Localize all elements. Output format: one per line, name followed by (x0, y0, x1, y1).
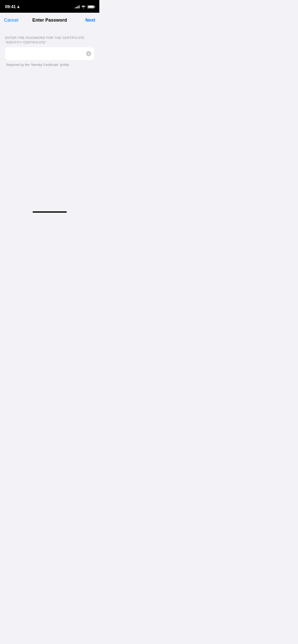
home-indicator (33, 211, 67, 213)
page-title: Enter Password (22, 18, 77, 23)
helper-text: Required by the “Identity Certificate” p… (5, 63, 94, 67)
signal-bars-icon (75, 5, 79, 8)
status-time: 09:41 (5, 4, 20, 9)
time-label: 09:41 (5, 4, 16, 9)
location-arrow-icon (17, 5, 20, 8)
status-icons (75, 5, 94, 9)
password-input[interactable] (8, 51, 86, 56)
cancel-button[interactable]: Cancel (4, 18, 22, 23)
password-field-container[interactable] (5, 47, 94, 60)
nav-bar: Cancel Enter Password Next (0, 13, 99, 27)
clear-input-button[interactable] (86, 51, 91, 56)
wifi-icon (81, 5, 86, 8)
next-button[interactable]: Next (77, 18, 95, 23)
status-bar: 09:41 (0, 0, 99, 13)
svg-point-0 (83, 8, 84, 8)
content-area: ENTER THE PASSWORD FOR THE CERTIFICATE “… (0, 27, 99, 67)
battery-icon (87, 5, 94, 9)
section-label: ENTER THE PASSWORD FOR THE CERTIFICATE “… (5, 36, 94, 45)
